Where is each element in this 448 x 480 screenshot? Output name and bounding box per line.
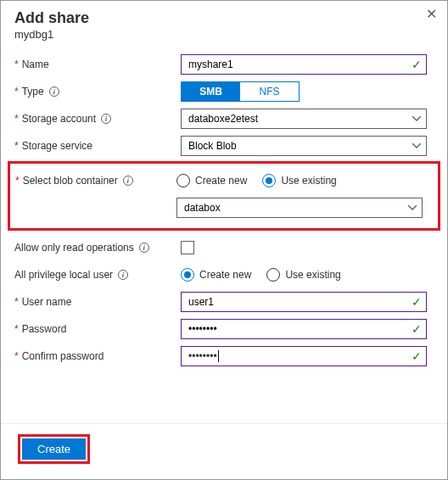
required-marker: * — [14, 86, 19, 98]
info-icon[interactable]: i — [123, 176, 133, 186]
row-confirm-password: * Confirm password •••••••• ✓ — [14, 343, 434, 370]
blob-container-select[interactable]: databox — [176, 198, 423, 218]
type-segmented: SMB NFS — [181, 81, 300, 102]
panel-subtitle: mydbg1 — [14, 28, 434, 41]
row-blob-container-value: databox — [15, 194, 433, 221]
radio-blob-create-new[interactable]: Create new — [176, 174, 247, 187]
panel-header: Add share mydbg1 ✕ — [1, 1, 447, 44]
tab-smb[interactable]: SMB — [182, 82, 240, 101]
close-icon[interactable]: ✕ — [426, 8, 437, 21]
panel-title: Add share — [14, 9, 434, 27]
label-confirm-password: Confirm password — [22, 350, 104, 362]
label-select-blob-container: Select blob container — [23, 175, 118, 187]
required-marker: * — [14, 140, 19, 152]
highlight-create: Create — [18, 434, 90, 464]
user-name-input[interactable] — [181, 292, 427, 312]
row-password: * Password ✓ — [14, 315, 434, 343]
required-marker: * — [14, 350, 19, 362]
row-user-name: * User name ✓ — [14, 288, 434, 315]
tab-nfs[interactable]: NFS — [240, 82, 299, 101]
required-marker: * — [14, 59, 19, 70]
radio-label: Use existing — [285, 269, 340, 281]
highlight-blob-container: * Select blob container i Create new Use… — [8, 161, 440, 231]
radio-label: Use existing — [281, 175, 336, 187]
info-icon[interactable]: i — [101, 114, 111, 124]
label-storage-service: Storage service — [22, 140, 92, 152]
add-share-panel: Add share mydbg1 ✕ * Name ✓ * Type i — [0, 0, 448, 480]
row-storage-service: * Storage service Block Blob — [14, 132, 434, 159]
blob-radio-group: Create new Use existing — [176, 174, 337, 187]
radio-label: Create new — [199, 269, 251, 281]
info-icon[interactable]: i — [49, 87, 59, 97]
storage-service-select[interactable]: Block Blob — [181, 136, 427, 156]
radio-blob-use-existing[interactable]: Use existing — [262, 174, 336, 187]
name-input[interactable] — [181, 54, 427, 75]
create-button[interactable]: Create — [22, 438, 86, 460]
radio-label: Create new — [195, 175, 247, 187]
radio-user-use-existing[interactable]: Use existing — [266, 268, 340, 282]
storage-account-select[interactable]: databoxe2etest — [181, 109, 427, 129]
label-password: Password — [22, 323, 67, 335]
row-name: * Name ✓ — [14, 51, 434, 78]
user-radio-group: Create new Use existing — [181, 268, 341, 282]
confirm-password-input[interactable]: •••••••• — [181, 346, 427, 366]
radio-user-create-new[interactable]: Create new — [181, 268, 251, 282]
info-icon[interactable]: i — [139, 243, 149, 253]
required-marker: * — [14, 323, 19, 335]
label-name: Name — [22, 59, 49, 70]
row-allow-read: Allow only read operations i — [14, 234, 434, 261]
required-marker: * — [14, 296, 19, 308]
form-area: * Name ✓ * Type i SMB NFS — [1, 44, 447, 423]
row-storage-account: * Storage account i databoxe2etest — [14, 105, 434, 132]
row-type: * Type i SMB NFS — [14, 78, 434, 105]
label-user-name: User name — [22, 296, 72, 308]
row-select-blob-container: * Select blob container i Create new Use… — [15, 167, 433, 194]
label-all-privilege-user: All privilege local user — [14, 269, 113, 281]
info-icon[interactable]: i — [118, 270, 128, 280]
row-all-privilege-user: All privilege local user i Create new Us… — [14, 261, 434, 288]
required-marker: * — [15, 175, 20, 187]
label-allow-read: Allow only read operations — [14, 242, 134, 254]
label-type: Type — [22, 86, 44, 98]
password-input[interactable] — [181, 319, 427, 339]
required-marker: * — [14, 113, 19, 125]
label-storage-account: Storage account — [22, 113, 96, 125]
panel-footer: Create — [1, 423, 447, 479]
allow-read-checkbox[interactable] — [181, 241, 194, 254]
